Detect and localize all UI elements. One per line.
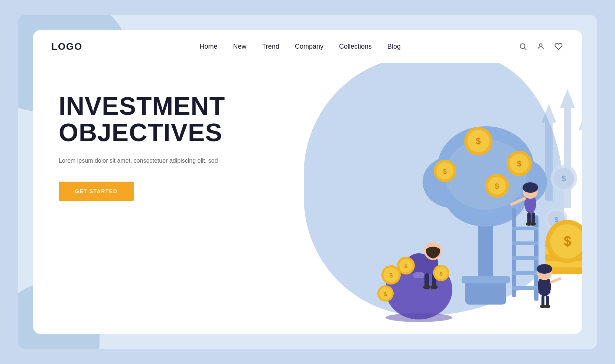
svg-rect-47	[527, 212, 531, 224]
svg-rect-41	[512, 256, 538, 260]
page-wrapper: LOGO Home New Trend Company Collections	[18, 15, 597, 349]
svg-point-50	[530, 222, 536, 226]
svg-rect-39	[512, 227, 538, 230]
svg-line-89	[551, 279, 560, 282]
svg-point-0	[520, 44, 525, 49]
search-icon[interactable]	[518, 41, 528, 52]
svg-text:$: $	[390, 272, 393, 279]
nav-links: Home New Trend Company Collections Blog	[200, 43, 401, 51]
svg-text:$: $	[495, 182, 499, 190]
svg-rect-11	[478, 223, 493, 282]
logo: LOGO	[51, 41, 83, 52]
hero-subtitle: Lorem ipsum dolor sit amet, consectetuer…	[59, 156, 274, 165]
hero-title-line1: INVESTMENT	[59, 92, 225, 120]
svg-text:$: $	[564, 234, 571, 249]
heart-icon[interactable]	[553, 41, 564, 52]
svg-line-1	[524, 48, 526, 50]
svg-rect-43	[512, 286, 538, 290]
nav-link-home[interactable]: Home	[200, 43, 218, 50]
white-card: LOGO Home New Trend Company Collections	[33, 30, 582, 334]
get-started-button[interactable]: GET STARTED	[59, 182, 134, 201]
svg-point-46	[523, 182, 538, 193]
svg-marker-5	[579, 111, 582, 193]
svg-point-88	[544, 305, 550, 308]
hero-left: INVESTMENT OBJECTIVES Lorem ipsum dolor …	[33, 63, 296, 334]
nav-item-collections[interactable]: Collections	[339, 43, 372, 51]
nav-link-blog[interactable]: Blog	[387, 43, 401, 50]
hero-title: INVESTMENT OBJECTIVES	[59, 93, 274, 146]
nav-icons	[518, 41, 564, 52]
nav-item-home[interactable]: Home	[200, 43, 218, 51]
svg-text:$: $	[404, 263, 408, 269]
user-icon[interactable]	[536, 41, 546, 52]
svg-rect-48	[531, 212, 535, 224]
svg-text:$: $	[440, 271, 443, 277]
svg-point-90	[385, 313, 452, 322]
hero-title-line2: OBJECTIVES	[59, 118, 222, 146]
nav-link-collections[interactable]: Collections	[339, 43, 372, 50]
hero-section: INVESTMENT OBJECTIVES Lorem ipsum dolor …	[33, 63, 582, 334]
svg-text:$: $	[517, 159, 521, 168]
svg-rect-85	[541, 296, 544, 306]
nav-item-blog[interactable]: Blog	[387, 43, 401, 51]
svg-rect-13	[462, 276, 510, 283]
svg-point-84	[537, 264, 552, 274]
hero-right: $ $ $ $ $	[296, 63, 582, 334]
hero-illustration: $ $ $ $ $	[296, 52, 582, 334]
svg-rect-42	[512, 271, 538, 275]
svg-rect-86	[546, 296, 549, 306]
svg-text:$: $	[443, 168, 447, 175]
svg-text:$: $	[562, 174, 566, 183]
svg-point-60	[430, 285, 438, 289]
svg-rect-37	[512, 208, 516, 297]
navbar: LOGO Home New Trend Company Collections	[33, 30, 582, 63]
svg-point-59	[423, 285, 430, 289]
nav-item-new[interactable]: New	[233, 43, 247, 51]
svg-text:$: $	[384, 291, 387, 297]
svg-rect-57	[424, 273, 429, 287]
svg-point-2	[539, 44, 542, 46]
svg-rect-40	[512, 241, 538, 245]
svg-text:$: $	[476, 136, 481, 146]
nav-item-trend[interactable]: Trend	[262, 43, 279, 51]
nav-link-new[interactable]: New	[233, 43, 247, 50]
nav-link-trend[interactable]: Trend	[262, 43, 279, 50]
nav-link-company[interactable]: Company	[295, 43, 323, 50]
nav-item-company[interactable]: Company	[295, 43, 323, 51]
svg-rect-54	[413, 272, 424, 278]
